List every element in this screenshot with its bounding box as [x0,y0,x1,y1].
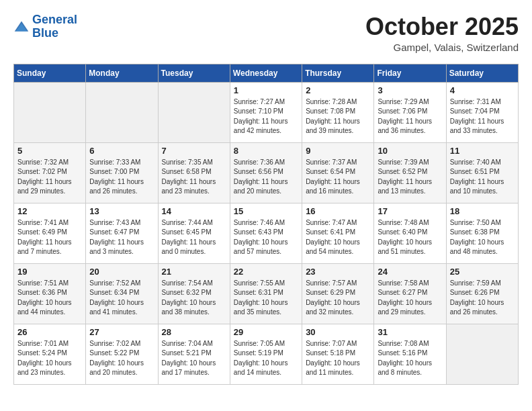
day-info: Sunrise: 7:43 AM Sunset: 6:47 PM Dayligh… [89,218,154,257]
day-info: Sunrise: 7:58 AM Sunset: 6:27 PM Dayligh… [378,279,442,318]
logo: General Blue [13,13,77,40]
calendar-cell: 18Sunrise: 7:50 AM Sunset: 6:38 PM Dayli… [446,203,518,263]
day-info: Sunrise: 7:41 AM Sunset: 6:49 PM Dayligh… [17,218,82,257]
calendar-week-row: 19Sunrise: 7:51 AM Sunset: 6:36 PM Dayli… [14,263,519,324]
location: Gampel, Valais, Switzerland [365,42,519,53]
calendar-cell: 10Sunrise: 7:39 AM Sunset: 6:52 PM Dayli… [374,142,446,203]
day-number: 23 [306,267,370,277]
calendar-header-row: SundayMondayTuesdayWednesdayThursdayFrid… [14,64,519,82]
calendar-cell: 2Sunrise: 7:28 AM Sunset: 7:08 PM Daylig… [302,82,374,142]
day-number: 22 [234,267,298,277]
calendar-cell [446,324,518,384]
logo-line2: Blue [32,26,58,40]
calendar-cell: 29Sunrise: 7:05 AM Sunset: 5:19 PM Dayli… [230,324,302,384]
calendar-cell [14,82,86,142]
day-info: Sunrise: 7:04 AM Sunset: 5:21 PM Dayligh… [162,339,226,378]
day-number: 1 [234,85,298,95]
day-number: 25 [450,267,515,277]
day-info: Sunrise: 7:50 AM Sunset: 6:38 PM Dayligh… [450,218,515,257]
day-number: 7 [162,146,226,156]
day-number: 12 [17,206,82,216]
calendar-cell: 12Sunrise: 7:41 AM Sunset: 6:49 PM Dayli… [14,203,86,263]
calendar-cell: 22Sunrise: 7:55 AM Sunset: 6:31 PM Dayli… [230,263,302,324]
calendar-cell: 21Sunrise: 7:54 AM Sunset: 6:32 PM Dayli… [158,263,230,324]
calendar-cell: 3Sunrise: 7:29 AM Sunset: 7:06 PM Daylig… [374,82,446,142]
day-info: Sunrise: 7:37 AM Sunset: 6:54 PM Dayligh… [306,158,370,197]
calendar-cell: 6Sunrise: 7:33 AM Sunset: 7:00 PM Daylig… [86,142,158,203]
title-block: October 2025 Gampel, Valais, Switzerland [365,13,519,53]
logo-text: General Blue [32,13,77,40]
calendar-cell: 16Sunrise: 7:47 AM Sunset: 6:41 PM Dayli… [302,203,374,263]
weekday-header: Saturday [446,64,518,82]
day-number: 21 [162,267,226,277]
day-number: 2 [306,85,370,95]
day-info: Sunrise: 7:51 AM Sunset: 6:36 PM Dayligh… [17,279,82,318]
day-info: Sunrise: 7:55 AM Sunset: 6:31 PM Dayligh… [234,279,298,318]
calendar-cell: 27Sunrise: 7:02 AM Sunset: 5:22 PM Dayli… [86,324,158,384]
day-number: 9 [306,146,370,156]
day-info: Sunrise: 7:39 AM Sunset: 6:52 PM Dayligh… [378,158,442,197]
day-info: Sunrise: 7:35 AM Sunset: 6:58 PM Dayligh… [162,158,226,197]
calendar-cell: 20Sunrise: 7:52 AM Sunset: 6:34 PM Dayli… [86,263,158,324]
calendar-cell: 7Sunrise: 7:35 AM Sunset: 6:58 PM Daylig… [158,142,230,203]
calendar-week-row: 12Sunrise: 7:41 AM Sunset: 6:49 PM Dayli… [14,203,519,263]
day-info: Sunrise: 7:08 AM Sunset: 5:16 PM Dayligh… [378,339,442,378]
day-number: 3 [378,85,442,95]
weekday-header: Sunday [14,64,86,82]
calendar-cell: 13Sunrise: 7:43 AM Sunset: 6:47 PM Dayli… [86,203,158,263]
day-number: 6 [89,146,154,156]
weekday-header: Friday [374,64,446,82]
day-info: Sunrise: 7:27 AM Sunset: 7:10 PM Dayligh… [234,97,298,136]
day-number: 17 [378,206,442,216]
day-info: Sunrise: 7:28 AM Sunset: 7:08 PM Dayligh… [306,97,370,136]
calendar-cell: 1Sunrise: 7:27 AM Sunset: 7:10 PM Daylig… [230,82,302,142]
day-info: Sunrise: 7:01 AM Sunset: 5:24 PM Dayligh… [17,339,82,378]
day-number: 27 [89,327,154,337]
day-info: Sunrise: 7:29 AM Sunset: 7:06 PM Dayligh… [378,97,442,136]
calendar-cell [158,82,230,142]
logo-line1: General [32,13,77,26]
day-info: Sunrise: 7:32 AM Sunset: 7:02 PM Dayligh… [17,158,82,197]
calendar-cell: 11Sunrise: 7:40 AM Sunset: 6:51 PM Dayli… [446,142,518,203]
calendar-cell: 25Sunrise: 7:59 AM Sunset: 6:26 PM Dayli… [446,263,518,324]
calendar-cell: 26Sunrise: 7:01 AM Sunset: 5:24 PM Dayli… [14,324,86,384]
day-number: 18 [450,206,515,216]
calendar-cell: 24Sunrise: 7:58 AM Sunset: 6:27 PM Dayli… [374,263,446,324]
day-number: 8 [234,146,298,156]
calendar-cell: 14Sunrise: 7:44 AM Sunset: 6:45 PM Dayli… [158,203,230,263]
weekday-header: Tuesday [158,64,230,82]
day-info: Sunrise: 7:40 AM Sunset: 6:51 PM Dayligh… [450,158,515,197]
day-number: 14 [162,206,226,216]
calendar-cell: 23Sunrise: 7:57 AM Sunset: 6:29 PM Dayli… [302,263,374,324]
day-info: Sunrise: 7:54 AM Sunset: 6:32 PM Dayligh… [162,279,226,318]
weekday-header: Wednesday [230,64,302,82]
calendar-cell: 31Sunrise: 7:08 AM Sunset: 5:16 PM Dayli… [374,324,446,384]
calendar-cell: 5Sunrise: 7:32 AM Sunset: 7:02 PM Daylig… [14,142,86,203]
calendar-table: SundayMondayTuesdayWednesdayThursdayFrid… [13,64,519,385]
calendar-cell: 30Sunrise: 7:07 AM Sunset: 5:18 PM Dayli… [302,324,374,384]
calendar-cell: 4Sunrise: 7:31 AM Sunset: 7:04 PM Daylig… [446,82,518,142]
day-number: 31 [378,327,442,337]
day-number: 26 [17,327,82,337]
day-number: 4 [450,85,515,95]
day-number: 15 [234,206,298,216]
day-number: 20 [89,267,154,277]
day-number: 10 [378,146,442,156]
day-number: 16 [306,206,370,216]
calendar-cell: 28Sunrise: 7:04 AM Sunset: 5:21 PM Dayli… [158,324,230,384]
day-info: Sunrise: 7:33 AM Sunset: 7:00 PM Dayligh… [89,158,154,197]
page-header: General Blue October 2025 Gampel, Valais… [13,13,519,53]
day-number: 29 [234,327,298,337]
day-number: 13 [89,206,154,216]
day-number: 30 [306,327,370,337]
day-info: Sunrise: 7:48 AM Sunset: 6:40 PM Dayligh… [378,218,442,257]
day-info: Sunrise: 7:46 AM Sunset: 6:43 PM Dayligh… [234,218,298,257]
calendar-cell: 17Sunrise: 7:48 AM Sunset: 6:40 PM Dayli… [374,203,446,263]
weekday-header: Monday [86,64,158,82]
day-number: 19 [17,267,82,277]
day-info: Sunrise: 7:59 AM Sunset: 6:26 PM Dayligh… [450,279,515,318]
day-number: 28 [162,327,226,337]
day-info: Sunrise: 7:47 AM Sunset: 6:41 PM Dayligh… [306,218,370,257]
month-title: October 2025 [365,13,519,40]
day-number: 11 [450,146,515,156]
